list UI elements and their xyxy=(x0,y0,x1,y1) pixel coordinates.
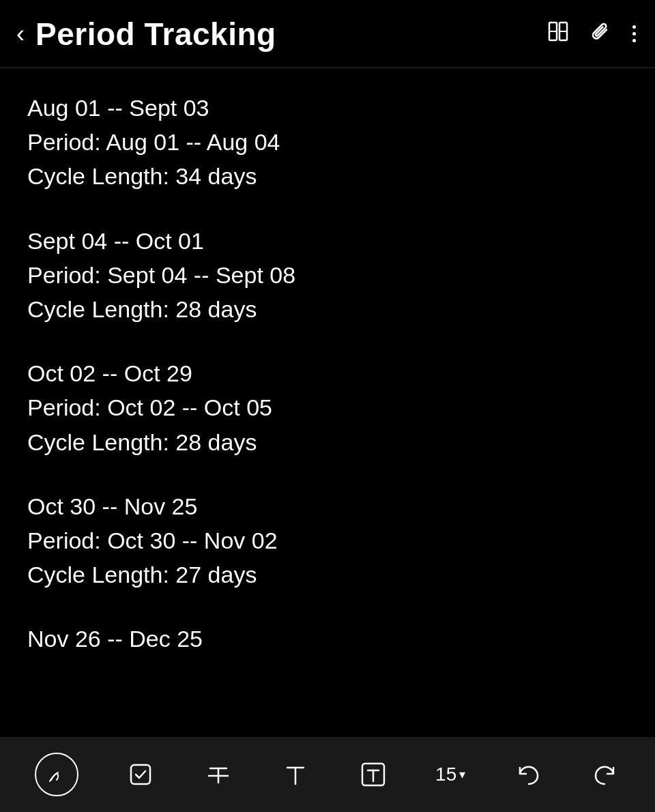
app-header: ‹ Period Tracking xyxy=(0,0,655,68)
dot xyxy=(632,39,636,42)
header-actions xyxy=(547,20,639,48)
cycle-period-4: Period: Oct 30 -- Nov 02 xyxy=(27,525,628,555)
header-left: ‹ Period Tracking xyxy=(16,16,547,53)
cycle-range-3: Oct 02 -- Oct 29 xyxy=(27,358,628,388)
undo-button[interactable] xyxy=(513,759,543,789)
font-size-button[interactable]: 15 ▾ xyxy=(435,764,465,785)
cycle-period-1: Period: Aug 01 -- Aug 04 xyxy=(27,127,628,157)
svg-rect-4 xyxy=(131,765,150,784)
redo-button[interactable] xyxy=(590,759,620,789)
cycle-entry-3: Oct 02 -- Oct 29 Period: Oct 02 -- Oct 0… xyxy=(27,358,628,457)
text-format-button[interactable] xyxy=(280,759,310,789)
cycle-period-3: Period: Oct 02 -- Oct 05 xyxy=(27,392,628,422)
more-options-button[interactable] xyxy=(630,23,639,45)
cycle-entry-4: Oct 30 -- Nov 25 Period: Oct 30 -- Nov 0… xyxy=(27,491,628,590)
cycle-range-5: Nov 26 -- Dec 25 xyxy=(27,624,628,654)
checklist-button[interactable] xyxy=(126,759,156,789)
cycle-range-2: Sept 04 -- Oct 01 xyxy=(27,226,628,256)
cycle-length-1: Cycle Length: 34 days xyxy=(27,161,628,191)
strikethrough-button[interactable] xyxy=(203,759,233,789)
content-area: Aug 01 -- Sept 03 Period: Aug 01 -- Aug … xyxy=(0,68,655,737)
paperclip-icon[interactable] xyxy=(589,20,611,47)
font-size-value: 15 xyxy=(435,764,456,785)
dot xyxy=(632,25,636,29)
dot xyxy=(632,32,636,35)
font-size-dropdown-arrow: ▾ xyxy=(459,767,465,782)
bottom-toolbar: 15 ▾ xyxy=(0,737,655,812)
cycle-range-4: Oct 30 -- Nov 25 xyxy=(27,491,628,521)
cycle-length-3: Cycle Length: 28 days xyxy=(27,427,628,457)
book-icon[interactable] xyxy=(547,20,570,48)
cycle-entry-1: Aug 01 -- Sept 03 Period: Aug 01 -- Aug … xyxy=(27,93,628,192)
cycle-period-2: Period: Sept 04 -- Sept 08 xyxy=(27,260,628,290)
cycle-length-2: Cycle Length: 28 days xyxy=(27,294,628,324)
page-title: Period Tracking xyxy=(35,16,276,53)
cycle-entry-2: Sept 04 -- Oct 01 Period: Sept 04 -- Sep… xyxy=(27,226,628,325)
cycle-length-4: Cycle Length: 27 days xyxy=(27,560,628,590)
back-button[interactable]: ‹ xyxy=(16,22,25,46)
cycle-range-1: Aug 01 -- Sept 03 xyxy=(27,93,628,123)
text-box-button[interactable] xyxy=(358,759,388,789)
cycle-entry-5: Nov 26 -- Dec 25 xyxy=(27,624,628,654)
pen-button[interactable] xyxy=(35,753,78,796)
